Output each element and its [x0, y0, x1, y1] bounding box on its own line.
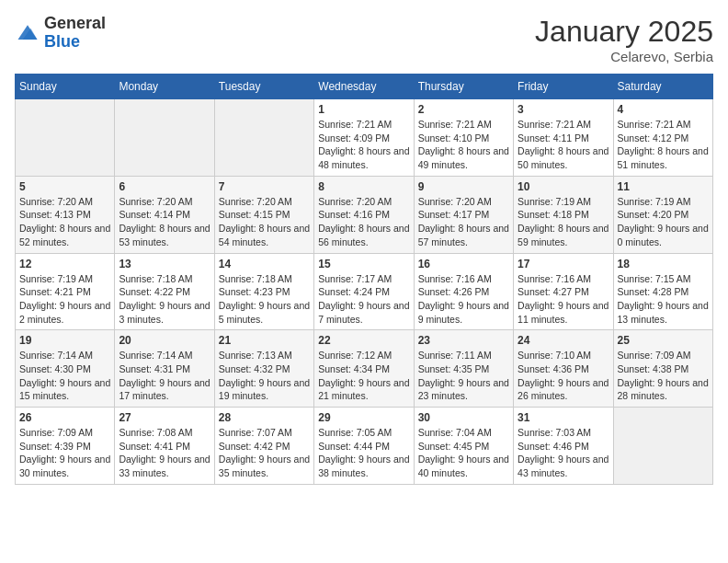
day-number: 8 [318, 180, 409, 193]
day-number: 1 [318, 103, 409, 116]
day-info: Sunrise: 7:21 AMSunset: 4:09 PMDaylight:… [318, 118, 409, 172]
day-info: Sunrise: 7:20 AMSunset: 4:16 PMDaylight:… [318, 195, 409, 249]
day-number: 23 [418, 334, 509, 347]
calendar-cell: 25Sunrise: 7:09 AMSunset: 4:38 PMDayligh… [613, 330, 712, 408]
weekday-header-sunday: Sunday [16, 75, 115, 99]
day-info: Sunrise: 7:21 AMSunset: 4:12 PMDaylight:… [618, 118, 709, 172]
day-number: 7 [219, 180, 310, 193]
calendar-cell: 13Sunrise: 7:18 AMSunset: 4:22 PMDayligh… [115, 253, 214, 330]
day-info: Sunrise: 7:14 AMSunset: 4:31 PMDaylight:… [119, 349, 210, 403]
day-number: 4 [618, 103, 709, 116]
day-info: Sunrise: 7:04 AMSunset: 4:45 PMDaylight:… [418, 426, 509, 480]
calendar-cell: 8Sunrise: 7:20 AMSunset: 4:16 PMDaylight… [314, 176, 414, 253]
calendar-cell: 26Sunrise: 7:09 AMSunset: 4:39 PMDayligh… [16, 408, 115, 485]
day-number: 18 [618, 258, 709, 270]
day-number: 12 [19, 258, 110, 270]
calendar-cell: 14Sunrise: 7:18 AMSunset: 4:23 PMDayligh… [214, 253, 313, 330]
day-info: Sunrise: 7:20 AMSunset: 4:17 PMDaylight:… [418, 195, 509, 249]
day-number: 29 [318, 411, 409, 424]
weekday-header-wednesday: Wednesday [314, 75, 414, 99]
day-number: 24 [518, 334, 609, 347]
day-number: 19 [19, 334, 110, 347]
day-number: 6 [119, 180, 210, 193]
calendar-cell: 31Sunrise: 7:03 AMSunset: 4:46 PMDayligh… [514, 408, 613, 485]
calendar-cell: 2Sunrise: 7:21 AMSunset: 4:10 PMDaylight… [414, 99, 513, 177]
day-info: Sunrise: 7:21 AMSunset: 4:10 PMDaylight:… [418, 118, 509, 172]
calendar-cell: 11Sunrise: 7:19 AMSunset: 4:20 PMDayligh… [613, 176, 712, 253]
calendar-cell: 19Sunrise: 7:14 AMSunset: 4:30 PMDayligh… [16, 330, 115, 408]
calendar-cell: 21Sunrise: 7:13 AMSunset: 4:32 PMDayligh… [214, 330, 313, 408]
day-info: Sunrise: 7:20 AMSunset: 4:13 PMDaylight:… [19, 195, 110, 249]
day-info: Sunrise: 7:10 AMSunset: 4:36 PMDaylight:… [518, 349, 609, 403]
day-info: Sunrise: 7:07 AMSunset: 4:42 PMDaylight:… [219, 426, 310, 480]
day-info: Sunrise: 7:09 AMSunset: 4:38 PMDaylight:… [618, 349, 709, 403]
calendar-cell: 4Sunrise: 7:21 AMSunset: 4:12 PMDaylight… [613, 99, 712, 177]
calendar-table: SundayMondayTuesdayWednesdayThursdayFrid… [15, 74, 713, 485]
calendar-cell: 16Sunrise: 7:16 AMSunset: 4:26 PMDayligh… [414, 253, 513, 330]
logo-text: General Blue [44, 15, 106, 52]
weekday-header-tuesday: Tuesday [214, 75, 313, 99]
weekday-header-monday: Monday [115, 75, 214, 99]
day-info: Sunrise: 7:18 AMSunset: 4:23 PMDaylight:… [219, 272, 310, 327]
weekday-header-thursday: Thursday [414, 75, 513, 99]
day-info: Sunrise: 7:05 AMSunset: 4:44 PMDaylight:… [318, 426, 409, 480]
day-info: Sunrise: 7:17 AMSunset: 4:24 PMDaylight:… [318, 272, 409, 327]
day-info: Sunrise: 7:19 AMSunset: 4:21 PMDaylight:… [19, 272, 110, 327]
weekday-header-saturday: Saturday [613, 75, 712, 99]
page-header: General Blue January 2025 Celarevo, Serb… [15, 15, 713, 64]
calendar-cell: 5Sunrise: 7:20 AMSunset: 4:13 PMDaylight… [16, 176, 115, 253]
calendar-cell: 18Sunrise: 7:15 AMSunset: 4:28 PMDayligh… [613, 253, 712, 330]
calendar-cell: 10Sunrise: 7:19 AMSunset: 4:18 PMDayligh… [514, 176, 613, 253]
calendar-cell: 7Sunrise: 7:20 AMSunset: 4:15 PMDaylight… [214, 176, 313, 253]
calendar-cell: 1Sunrise: 7:21 AMSunset: 4:09 PMDaylight… [314, 99, 414, 177]
day-info: Sunrise: 7:16 AMSunset: 4:27 PMDaylight:… [518, 272, 609, 327]
day-info: Sunrise: 7:09 AMSunset: 4:39 PMDaylight:… [19, 426, 110, 480]
day-number: 10 [518, 180, 609, 193]
day-info: Sunrise: 7:15 AMSunset: 4:28 PMDaylight:… [618, 272, 709, 327]
day-info: Sunrise: 7:19 AMSunset: 4:18 PMDaylight:… [518, 195, 609, 249]
day-info: Sunrise: 7:14 AMSunset: 4:30 PMDaylight:… [19, 349, 110, 403]
calendar-cell: 27Sunrise: 7:08 AMSunset: 4:41 PMDayligh… [115, 408, 214, 485]
calendar-cell: 6Sunrise: 7:20 AMSunset: 4:14 PMDaylight… [115, 176, 214, 253]
calendar-cell: 28Sunrise: 7:07 AMSunset: 4:42 PMDayligh… [214, 408, 313, 485]
day-number: 16 [418, 258, 509, 270]
calendar-week-1: 1Sunrise: 7:21 AMSunset: 4:09 PMDaylight… [16, 99, 713, 177]
calendar-cell: 17Sunrise: 7:16 AMSunset: 4:27 PMDayligh… [514, 253, 613, 330]
day-info: Sunrise: 7:18 AMSunset: 4:22 PMDaylight:… [119, 272, 210, 327]
day-info: Sunrise: 7:08 AMSunset: 4:41 PMDaylight:… [119, 426, 210, 480]
calendar-week-2: 5Sunrise: 7:20 AMSunset: 4:13 PMDaylight… [16, 176, 713, 253]
weekday-header-friday: Friday [514, 75, 613, 99]
day-number: 21 [219, 334, 310, 347]
day-number: 3 [518, 103, 609, 116]
day-number: 30 [418, 411, 509, 424]
logo: General Blue [15, 15, 106, 52]
day-info: Sunrise: 7:21 AMSunset: 4:11 PMDaylight:… [518, 118, 609, 172]
calendar-cell: 29Sunrise: 7:05 AMSunset: 4:44 PMDayligh… [314, 408, 414, 485]
day-number: 26 [19, 411, 110, 424]
day-number: 25 [618, 334, 709, 347]
calendar-cell: 12Sunrise: 7:19 AMSunset: 4:21 PMDayligh… [16, 253, 115, 330]
day-info: Sunrise: 7:03 AMSunset: 4:46 PMDaylight:… [518, 426, 609, 480]
calendar-week-3: 12Sunrise: 7:19 AMSunset: 4:21 PMDayligh… [16, 253, 713, 330]
title-block: January 2025 Celarevo, Serbia [535, 15, 713, 64]
day-number: 22 [318, 334, 409, 347]
calendar-cell: 23Sunrise: 7:11 AMSunset: 4:35 PMDayligh… [414, 330, 513, 408]
day-number: 15 [318, 258, 409, 270]
calendar-cell: 30Sunrise: 7:04 AMSunset: 4:45 PMDayligh… [414, 408, 513, 485]
calendar-cell: 3Sunrise: 7:21 AMSunset: 4:11 PMDaylight… [514, 99, 613, 177]
day-info: Sunrise: 7:16 AMSunset: 4:26 PMDaylight:… [418, 272, 509, 327]
day-number: 17 [518, 258, 609, 270]
day-number: 27 [119, 411, 210, 424]
day-number: 31 [518, 411, 609, 424]
day-number: 14 [219, 258, 310, 270]
weekday-header-row: SundayMondayTuesdayWednesdayThursdayFrid… [16, 75, 713, 99]
calendar-cell [16, 99, 115, 177]
calendar-body: 1Sunrise: 7:21 AMSunset: 4:09 PMDaylight… [16, 99, 713, 485]
day-info: Sunrise: 7:13 AMSunset: 4:32 PMDaylight:… [219, 349, 310, 403]
location: Celarevo, Serbia [535, 49, 713, 64]
calendar-week-5: 26Sunrise: 7:09 AMSunset: 4:39 PMDayligh… [16, 408, 713, 485]
day-info: Sunrise: 7:11 AMSunset: 4:35 PMDaylight:… [418, 349, 509, 403]
day-info: Sunrise: 7:20 AMSunset: 4:15 PMDaylight:… [219, 195, 310, 249]
day-number: 9 [418, 180, 509, 193]
day-number: 2 [418, 103, 509, 116]
